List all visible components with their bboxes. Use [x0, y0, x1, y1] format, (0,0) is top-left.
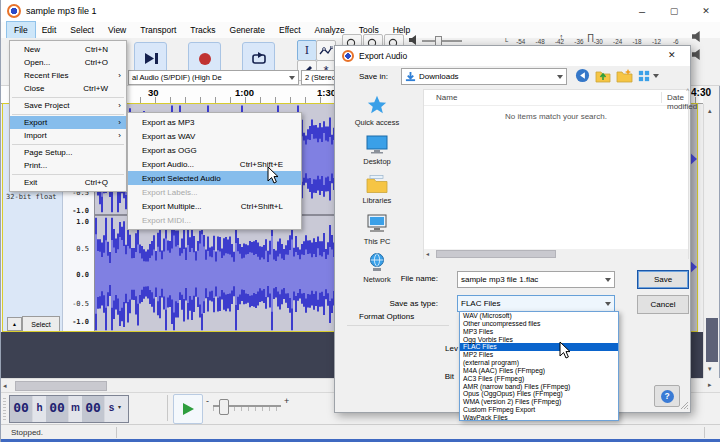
sidebar-item-label: Quick access: [335, 118, 419, 127]
scroll-down-icon[interactable]: ▾: [708, 365, 712, 373]
file-type-option[interactable]: AMR (narrow band) Files (FFmpeg): [460, 383, 618, 391]
play-at-speed-button[interactable]: [173, 394, 203, 424]
file-menu-item[interactable]: Exit Ctrl+Q: [10, 176, 126, 189]
file-menu-item[interactable]: New Ctrl+N: [10, 43, 126, 56]
scroll-up-icon[interactable]: ▴: [708, 107, 712, 115]
toolbar-divider: [167, 395, 168, 421]
file-menu-item[interactable]: Export ›: [10, 116, 126, 129]
save-as-type-combo[interactable]: FLAC Files: [457, 295, 615, 312]
sidebar-item-desktop[interactable]: Desktop: [335, 134, 419, 166]
scroll-left-icon[interactable]: ◂: [3, 382, 7, 390]
menu-bar-item[interactable]: Effect: [272, 22, 308, 38]
vertical-scrollbar[interactable]: ▴ ▾: [703, 104, 719, 378]
track-select-button[interactable]: Select: [22, 316, 60, 332]
dialog-resize-grip[interactable]: [680, 401, 689, 410]
minimize-button[interactable]: –: [627, 0, 657, 22]
chevron-down-icon: [653, 74, 659, 78]
list-horizontal-scrollbar[interactable]: ◂: [424, 249, 688, 259]
list-scroll-thumb[interactable]: [436, 250, 556, 258]
file-type-option[interactable]: Custom FFmpeg Export: [460, 406, 618, 414]
file-type-option[interactable]: MP2 Files: [460, 351, 618, 359]
audio-position-display[interactable]: 00 h 00 m 00 s ▾: [9, 395, 129, 423]
toolbar-grip[interactable]: [3, 396, 6, 420]
menu-bar-item[interactable]: View: [101, 22, 133, 38]
recording-device-combo[interactable]: al Audio (S/PDIF) (High De: [128, 70, 299, 85]
menu-item-shortcut: Ctrl+Q: [71, 178, 108, 187]
menu-bar-item[interactable]: Generate: [223, 22, 272, 38]
sort-caret-icon: ˄: [686, 87, 690, 93]
envelope-tool-button[interactable]: [316, 40, 336, 61]
file-menu-item[interactable]: Import ›: [10, 129, 126, 142]
meter-scale-number: -12: [647, 38, 666, 45]
file-menu-item[interactable]: Page Setup...: [10, 146, 126, 159]
save-in-label: Save in:: [359, 72, 388, 81]
dialog-close-icon[interactable]: ✕: [668, 50, 676, 60]
time-seconds[interactable]: 00: [82, 396, 105, 422]
export-submenu-item[interactable]: Export Labels...: [128, 185, 301, 199]
column-header-date-modified[interactable]: Date modified: [667, 93, 697, 111]
menu-bar-item[interactable]: Transport: [133, 22, 183, 38]
maximize-button[interactable]: ▢: [659, 0, 689, 22]
file-type-option[interactable]: AC3 Files (FFmpeg): [460, 375, 618, 383]
export-submenu-item[interactable]: Export MIDI...: [128, 213, 301, 227]
menu-bar-item[interactable]: Tracks: [183, 22, 222, 38]
up-one-level-button[interactable]: [595, 68, 612, 84]
file-type-option[interactable]: WMA (version 2) Files (FFmpeg): [460, 398, 618, 406]
save-button[interactable]: Save: [637, 270, 689, 289]
meter-scale-number: -6: [666, 38, 685, 45]
file-type-option[interactable]: M4A (AAC) Files (FFmpeg): [460, 367, 618, 375]
back-button[interactable]: [575, 68, 591, 84]
time-minutes[interactable]: 00: [46, 396, 69, 422]
file-name-input[interactable]: sample mp3 file 1.flac: [457, 271, 615, 288]
file-type-option[interactable]: Opus (OggOpus) Files (FFmpeg): [460, 390, 618, 398]
scroll-right-icon[interactable]: ▸: [708, 381, 712, 389]
downloads-folder-icon: [405, 71, 416, 82]
level-option-label: Lev: [408, 344, 458, 353]
sidebar-item-quick-access[interactable]: Quick access: [335, 94, 419, 127]
file-type-option[interactable]: (external program): [460, 359, 618, 367]
column-header-name[interactable]: Name: [436, 93, 457, 102]
file-type-option[interactable]: WavPack Files: [460, 414, 618, 421]
close-button[interactable]: ✕: [691, 0, 720, 22]
menu-item-shortcut: Ctrl+O: [71, 58, 108, 67]
play-speed-slider-thumb[interactable]: [219, 399, 229, 415]
ibeam-icon: I: [305, 44, 309, 57]
file-type-option[interactable]: Ogg Vorbis Files: [460, 336, 618, 344]
save-in-combo[interactable]: Downloads: [401, 68, 567, 85]
file-menu-item[interactable]: Recent Files ›: [10, 69, 126, 82]
view-menu-button[interactable]: [638, 68, 662, 84]
menu-bar-item[interactable]: Select: [63, 22, 101, 38]
file-menu-item[interactable]: Open... Ctrl+O: [10, 56, 126, 69]
libraries-icon: [365, 174, 389, 194]
new-folder-icon: [616, 68, 633, 83]
export-submenu-item[interactable]: Export as MP3: [128, 115, 301, 129]
export-submenu-item[interactable]: Export as OGG: [128, 143, 301, 157]
file-type-option[interactable]: FLAC Files: [460, 343, 618, 351]
selection-tool-button[interactable]: I: [297, 40, 317, 61]
menu-bar-item[interactable]: File: [7, 22, 35, 38]
collapse-track-button[interactable]: ▲: [7, 317, 22, 331]
file-type-option[interactable]: WAV (Microsoft): [460, 312, 618, 320]
menu-item-label: Export Selected Audio: [142, 174, 221, 183]
time-format-caret-icon[interactable]: ▾: [118, 396, 128, 422]
export-submenu-item[interactable]: Export as WAV: [128, 129, 301, 143]
horizontal-scroll-thumb[interactable]: [15, 381, 107, 391]
scroll-left-icon[interactable]: ◂: [426, 250, 429, 257]
column-divider: [661, 92, 662, 103]
vertical-scroll-thumb[interactable]: [706, 318, 718, 362]
cancel-button[interactable]: Cancel: [637, 295, 689, 314]
file-menu-item[interactable]: Save Project ›: [10, 99, 126, 112]
file-list[interactable]: Name Date modified ˄ Type No items match…: [423, 89, 689, 259]
time-hours[interactable]: 00: [10, 396, 33, 422]
new-folder-button[interactable]: [616, 68, 634, 84]
sidebar-item-libraries[interactable]: Libraries: [335, 174, 419, 205]
file-type-option[interactable]: MP3 Files: [460, 328, 618, 336]
menu-bar-item[interactable]: Edit: [35, 22, 64, 38]
volume-slider[interactable]: [422, 40, 462, 42]
sidebar-item-this-pc[interactable]: This PC: [335, 213, 419, 246]
help-button[interactable]: ?: [654, 385, 680, 407]
file-type-option[interactable]: Other uncompressed files: [460, 320, 618, 328]
file-menu-item[interactable]: Close Ctrl+W: [10, 82, 126, 95]
export-submenu-item[interactable]: Export Multiple... Ctrl+Shift+L: [128, 199, 301, 213]
file-menu-item[interactable]: Print...: [10, 159, 126, 172]
